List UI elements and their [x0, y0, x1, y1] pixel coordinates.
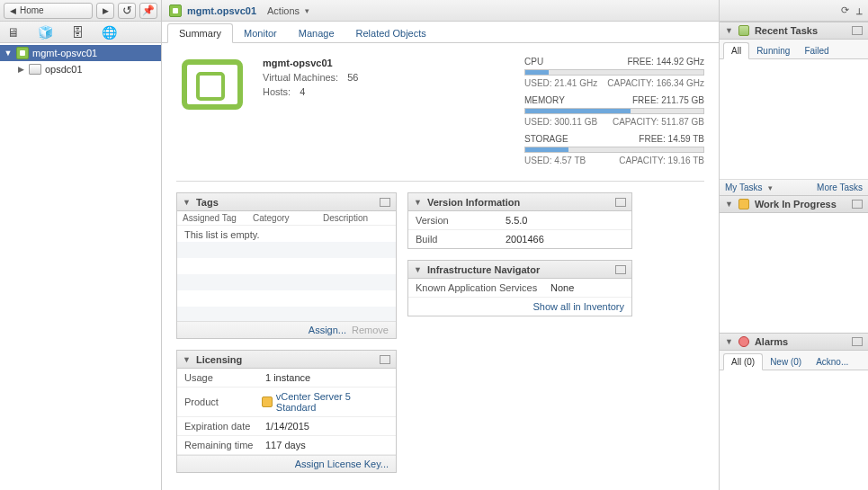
panel-pop-out-icon[interactable] [615, 198, 626, 207]
version-panel: ▼ Version Information Version5.5.0 Build… [407, 192, 632, 249]
licensing-row: Remaining time117 days [177, 436, 396, 455]
main-tabs: Summary Monitor Manage Related Objects [162, 22, 719, 43]
metric-name: STORAGE [524, 134, 568, 144]
alarm-tab-all[interactable]: All (0) [723, 353, 763, 370]
tab-summary[interactable]: Summary [167, 23, 233, 43]
chevron-left-icon: ◀ [10, 6, 16, 15]
nav-bar: ◀ Home ▶ [0, 0, 161, 22]
side-panel-header: ⟳ ⟂ [720, 0, 868, 22]
tree-node-label: mgmt-opsvc01 [32, 48, 97, 58]
metric-bar [524, 69, 704, 76]
summary-content: mgmt-opsvc01 Virtual Machines:56 Hosts:4… [162, 43, 719, 490]
nav-pin-button[interactable] [139, 3, 157, 19]
tree-node-vcenter[interactable]: ▼ mgmt-opsvc01 [0, 45, 161, 61]
vcenter-icon [169, 4, 182, 17]
metric-cap: CAPACITY: 166.34 GHz [607, 78, 704, 88]
licensing-row: ProductvCenter Server 5 Standard [177, 388, 396, 417]
chevron-right-icon: ▶ [103, 6, 109, 15]
nav-home-label: Home [20, 5, 44, 15]
panel-pop-out-icon[interactable] [852, 337, 863, 346]
tab-manage[interactable]: Manage [288, 24, 345, 42]
network-view-icon[interactable]: 🌐 [102, 25, 117, 40]
summary-name: mgmt-opsvc01 [263, 58, 358, 68]
recent-tasks-tabs: All Running Failed [720, 40, 868, 59]
lic-key: Expiration date [184, 421, 265, 432]
datacenter-icon [29, 64, 41, 75]
collapse-icon[interactable]: ▼ [414, 198, 422, 207]
alarm-icon [738, 336, 749, 347]
task-tab-all[interactable]: All [723, 42, 749, 59]
object-header: mgmt.opsvc01 Actions [162, 0, 719, 22]
kv-val: None [550, 282, 574, 293]
metric-used: USED: 4.57 TB [524, 156, 586, 165]
info-value: 4 [300, 86, 305, 97]
tab-label: Failed [804, 46, 828, 56]
collapse-icon[interactable]: ▼ [183, 355, 191, 364]
panel-title: Infrastructure Navigator [427, 264, 610, 275]
tab-related[interactable]: Related Objects [345, 24, 437, 42]
panel-pop-out-icon[interactable] [380, 198, 390, 207]
assign-license-link[interactable]: Assign License Key... [295, 459, 389, 469]
caret-right-icon: ▶ [16, 65, 25, 74]
collapse-icon[interactable]: ▼ [414, 265, 422, 274]
tab-monitor[interactable]: Monitor [233, 24, 288, 42]
licensing-row: Expiration date1/14/2015 [177, 417, 396, 436]
panel-pop-out-icon[interactable] [615, 265, 626, 274]
panel-pop-out-icon[interactable] [380, 355, 390, 364]
side-collapse-icon[interactable]: ⟂ [856, 5, 863, 16]
more-tasks-link[interactable]: More Tasks [817, 183, 863, 192]
panel-pop-out-icon[interactable] [852, 26, 863, 35]
object-title-text: mgmt.opsvc01 [187, 5, 256, 16]
kv-key: Known Application Services [416, 282, 550, 293]
nav-history-button[interactable] [118, 3, 136, 19]
storage-view-icon[interactable]: 🗄 [71, 25, 84, 40]
task-tab-failed[interactable]: Failed [797, 43, 836, 58]
collapse-icon[interactable]: ▼ [725, 26, 733, 35]
wip-icon [738, 199, 749, 209]
metric-used: USED: 300.11 GB [524, 117, 597, 127]
lic-val: 117 days [265, 440, 306, 450]
panel-title: Version Information [427, 197, 610, 208]
side-refresh-icon[interactable]: ⟳ [841, 4, 849, 16]
tab-label: Monitor [244, 28, 277, 39]
metric-name: MEMORY [524, 95, 565, 105]
alarm-tab-new[interactable]: New (0) [763, 354, 809, 370]
col-header: Category [253, 213, 323, 223]
lic-product-link[interactable]: vCenter Server 5 Standard [262, 391, 389, 413]
col-header: Description [323, 213, 368, 223]
hosts-view-icon[interactable]: 🖥 [7, 25, 20, 40]
panel-title: Licensing [196, 354, 374, 365]
section-title: Work In Progress [755, 199, 846, 209]
metric-free: FREE: 211.75 GB [632, 95, 704, 105]
lic-key: Remaining time [184, 440, 265, 450]
kv-val: 2001466 [506, 234, 544, 245]
my-tasks-label: My Tasks [725, 183, 763, 192]
my-tasks-filter[interactable]: My Tasks [725, 183, 773, 192]
nav-forward-button[interactable]: ▶ [96, 3, 114, 19]
nav-home-button[interactable]: ◀ Home [4, 3, 93, 19]
info-label: Hosts: [263, 86, 291, 97]
show-all-inventory-link[interactable]: Show all in Inventory [533, 301, 625, 312]
alarms-header: ▼ Alarms [720, 333, 868, 351]
tab-label: All (0) [731, 357, 755, 367]
assign-tag-link[interactable]: Assign... [309, 325, 346, 335]
panel-pop-out-icon[interactable] [852, 200, 863, 209]
vms-view-icon[interactable]: 🧊 [38, 25, 53, 40]
remove-tag-link: Remove [352, 325, 389, 335]
lic-val: 1/14/2015 [265, 421, 309, 432]
task-tab-running[interactable]: Running [749, 43, 797, 58]
alarm-tab-ack[interactable]: Ackno... [809, 354, 855, 370]
licensing-row: Usage1 instance [177, 369, 396, 388]
wip-header: ▼ Work In Progress [720, 195, 868, 213]
collapse-icon[interactable]: ▼ [725, 200, 733, 209]
alarms-body [720, 370, 868, 490]
actions-menu[interactable]: Actions [267, 5, 309, 16]
collapse-icon[interactable]: ▼ [183, 198, 191, 207]
licensing-panel: ▼ Licensing Usage1 instanceProductvCente… [176, 350, 397, 473]
alarm-tabs: All (0) New (0) Ackno... [720, 351, 868, 370]
tab-label: Running [756, 46, 790, 56]
tasks-icon [738, 25, 749, 36]
collapse-icon[interactable]: ▼ [725, 337, 733, 346]
info-label: Virtual Machines: [263, 72, 338, 83]
tree-node-datacenter[interactable]: ▶ opsdc01 [0, 61, 161, 77]
